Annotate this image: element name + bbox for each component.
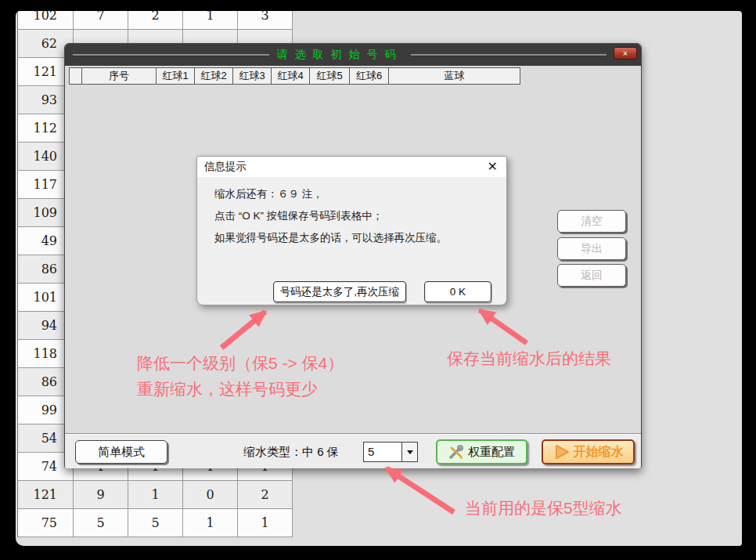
combo-dropdown-button[interactable] <box>401 443 417 461</box>
dialog-close-icon[interactable]: ✕ <box>488 160 498 174</box>
tools-icon <box>448 444 464 460</box>
window-title: 请选取初始号码 <box>277 48 403 62</box>
simple-mode-button[interactable]: 简单模式 <box>75 440 167 464</box>
return-button[interactable]: 返回 <box>557 264 626 287</box>
header-cell: 红球6 <box>349 67 389 85</box>
window-close-button[interactable]: × <box>614 47 637 60</box>
select-numbers-window: 请选取初始号码 × 序号红球1红球2红球3红球4红球5红球6蓝球 清空 导出 返… <box>64 43 642 468</box>
dialog-body: 缩水后还有：６９ 注， 点击 “O K” 按钮保存号码到表格中； 如果觉得号码还… <box>214 183 447 249</box>
window-titlebar: 请选取初始号码 <box>65 44 641 66</box>
header-cell <box>69 67 82 85</box>
table-cell: 75 <box>17 509 74 537</box>
dialog-line-3: 如果觉得号码还是太多的话，可以选择再次压缩。 <box>214 227 447 249</box>
weight-config-label: 权重配置 <box>468 445 515 460</box>
header-cell: 红球1 <box>156 67 195 85</box>
table-row: 755511 <box>17 509 293 537</box>
table-cell: 5 <box>74 509 128 537</box>
dialog-line-2: 点击 “O K” 按钮保存号码到表格中； <box>214 205 447 227</box>
close-icon: × <box>623 49 628 58</box>
chevron-down-icon <box>407 450 413 454</box>
table-cell: 5 <box>128 509 183 537</box>
table-cell: 7 <box>74 11 128 30</box>
table-cell: 1 <box>183 11 238 30</box>
export-button[interactable]: 导出 <box>557 237 626 260</box>
guarantee-level-value: 5 <box>364 443 401 461</box>
weight-config-button[interactable]: 权重配置 <box>436 439 527 464</box>
table-cell: 2 <box>128 11 183 30</box>
play-icon <box>553 443 571 461</box>
table-cell: 1 <box>183 509 238 537</box>
table-cell: 1 <box>128 481 183 509</box>
table-cell: 1 <box>238 509 293 537</box>
table-cell: 9 <box>74 481 128 509</box>
compress-again-button[interactable]: 号码还是太多了,再次压缩 <box>273 281 406 302</box>
bottom-toolbar: 简单模式 缩水类型：中 6 保 5 权重配置 <box>65 433 641 468</box>
shrink-type-label: 缩水类型：中 6 保 <box>243 440 339 464</box>
clear-button[interactable]: 清空 <box>557 210 626 233</box>
table-cell: 2 <box>238 481 293 509</box>
table-cell: 121 <box>17 481 74 509</box>
table-row: 1027213 <box>17 11 293 30</box>
header-cell: 红球3 <box>232 67 272 85</box>
screenshot: 1027213621219311214011710949861019411886… <box>0 0 756 560</box>
message-dialog: 信息提示 ✕ 缩水后还有：６９ 注， 点击 “O K” 按钮保存号码到表格中； … <box>196 156 507 305</box>
table-cell: 102 <box>17 11 74 30</box>
header-cell: 红球4 <box>271 67 310 85</box>
titlebar-groove-right <box>411 54 607 56</box>
result-table-header: 序号红球1红球2红球3红球4红球5红球6蓝球 <box>69 67 520 85</box>
ok-button[interactable]: 0 K <box>424 281 491 302</box>
table-cell: 0 <box>183 481 238 509</box>
start-shrink-button[interactable]: 开始缩水 <box>542 439 635 464</box>
guarantee-level-select[interactable]: 5 <box>363 442 418 462</box>
table-row: 1219102 <box>17 481 293 509</box>
dialog-title: 信息提示 <box>204 160 247 174</box>
header-cell: 红球2 <box>194 67 233 85</box>
header-cell: 蓝球 <box>388 67 520 85</box>
header-cell: 序号 <box>81 67 157 85</box>
titlebar-groove-left <box>73 54 269 56</box>
header-cell: 红球5 <box>309 67 350 85</box>
dialog-line-1: 缩水后还有：６９ 注， <box>214 183 447 205</box>
table-cell: 3 <box>238 11 293 30</box>
start-shrink-label: 开始缩水 <box>574 444 624 461</box>
dialog-titlebar: 信息提示 <box>197 157 506 177</box>
